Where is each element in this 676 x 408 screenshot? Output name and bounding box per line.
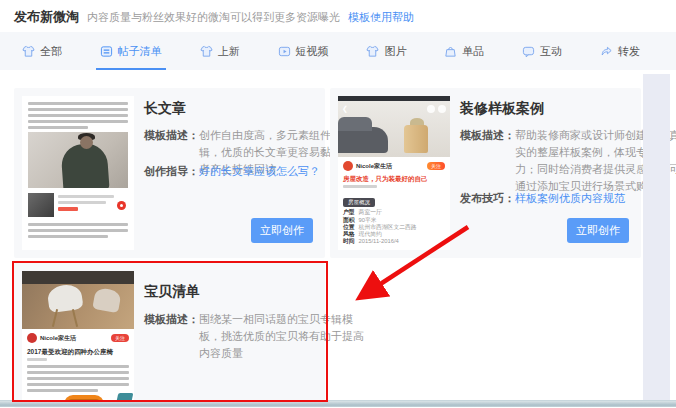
tab-new-arrival[interactable]: 上新 bbox=[200, 32, 240, 70]
tab-label: 图片 bbox=[384, 44, 406, 59]
card-title: 装修样板案例 bbox=[460, 100, 544, 118]
tip-link[interactable]: 样板案例优质内容规范 bbox=[515, 191, 625, 206]
author-name: Nicole家生活 bbox=[356, 162, 392, 171]
template-card-product-list: Nicole家生活 关注 2017最受欢迎的四种办公座椅 宝贝清单 模板描述： … bbox=[14, 263, 325, 408]
product-image bbox=[28, 193, 54, 217]
video-icon bbox=[278, 45, 291, 58]
designer-says-heading: 设计师说 bbox=[338, 249, 450, 250]
cart-icon bbox=[117, 201, 126, 210]
create-now-button[interactable]: 立即创作 bbox=[567, 218, 629, 243]
author-row: Nicole家生活 关注 bbox=[338, 157, 450, 173]
text-line bbox=[343, 185, 377, 188]
weitao-publish-page: 发布新微淘 内容质量与粉丝效果好的微淘可以得到更多资源曝光 模板使用帮助 全部 … bbox=[0, 0, 676, 408]
tip-label: 创作指导： bbox=[144, 164, 199, 179]
tab-label: 上新 bbox=[218, 44, 240, 59]
preview-text-block bbox=[22, 217, 134, 238]
card-title: 宝贝清单 bbox=[144, 283, 200, 301]
spec-row: 时间2015/11-2016/4 bbox=[338, 238, 450, 245]
post-title: 房屋改造，只为装最好的自己 bbox=[338, 173, 450, 183]
page-title: 发布新微淘 bbox=[14, 8, 79, 26]
spec-row: 户型两室一厅 bbox=[338, 209, 450, 216]
scrollbar-track[interactable] bbox=[643, 74, 670, 400]
description-label: 模板描述： bbox=[460, 127, 515, 195]
shirt-icon bbox=[366, 45, 379, 58]
tab-label: 短视频 bbox=[296, 44, 329, 59]
tab-label: 转发 bbox=[618, 44, 640, 59]
author-row: Nicole家生活 关注 bbox=[22, 329, 134, 345]
description-text: 围绕某一相同话题的宝贝专辑模板，挑选优质的宝贝将有助于提高内容质量 bbox=[199, 311, 367, 362]
tab-all[interactable]: 全部 bbox=[22, 32, 62, 70]
tab-repost[interactable]: 转发 bbox=[600, 32, 640, 70]
template-help-link[interactable]: 模板使用帮助 bbox=[348, 10, 414, 25]
tab-short-video[interactable]: 短视频 bbox=[278, 32, 329, 70]
card-tip: 发布技巧： 样板案例优质内容规范 bbox=[460, 191, 625, 206]
tab-label: 互动 bbox=[540, 44, 562, 59]
card-tip: 创作指导： 好的长文章应该怎么写？ bbox=[144, 164, 320, 179]
template-card-long-article: 长文章 模板描述： 创作自由度高，多元素组件灵活编辑，优质的长文章更容易黏住消费… bbox=[14, 88, 325, 258]
share-icon bbox=[600, 45, 613, 58]
chairs-photo bbox=[22, 271, 134, 329]
tip-label: 发布技巧： bbox=[460, 191, 515, 206]
post-title: 2017最受欢迎的四种办公座椅 bbox=[22, 345, 134, 356]
price-text bbox=[58, 207, 78, 211]
spec-row: 风格现代简约 bbox=[338, 231, 450, 238]
product-row bbox=[28, 193, 128, 217]
house-overview-tag: 房屋概况 bbox=[343, 198, 375, 207]
category-tabbar: 全部 帖子清单 上新 短视频 图片 单品 互动 转发 bbox=[0, 32, 676, 70]
card-title: 长文章 bbox=[144, 100, 186, 118]
product-list-preview: Nicole家生活 关注 2017最受欢迎的四种办公座椅 bbox=[22, 271, 134, 407]
long-article-preview bbox=[22, 96, 134, 250]
avatar bbox=[343, 161, 353, 171]
spec-row: 面积90平米 bbox=[338, 217, 450, 224]
avatar bbox=[27, 333, 37, 343]
page-subtitle: 内容质量与粉丝效果好的微淘可以得到更多资源曝光 bbox=[87, 10, 340, 25]
tab-interaction[interactable]: 互动 bbox=[522, 32, 562, 70]
preview-text-block bbox=[22, 363, 134, 392]
page-header: 发布新微淘 内容质量与粉丝效果好的微淘可以得到更多资源曝光 模板使用帮助 bbox=[14, 8, 666, 26]
tip-link[interactable]: 好的长文章应该怎么写？ bbox=[199, 164, 320, 179]
shirt-icon bbox=[200, 45, 213, 58]
more-buttons bbox=[427, 105, 446, 113]
bag-icon bbox=[444, 45, 457, 58]
living-room-photo: ❮ bbox=[338, 101, 450, 157]
back-arrow-icon: ❮ bbox=[342, 105, 348, 113]
decoration-preview: ❮ Nicole家生活 关注 房屋改造，只为装最好的自己 房屋概况 户型两室一厅… bbox=[338, 96, 450, 250]
tab-label: 单品 bbox=[462, 44, 484, 59]
template-card-decoration-sample: ❮ Nicole家生活 关注 房屋改造，只为装最好的自己 房屋概况 户型两室一厅… bbox=[330, 88, 641, 258]
fashion-photo bbox=[28, 132, 128, 188]
preview-text-block bbox=[22, 96, 134, 129]
tab-label: 帖子清单 bbox=[118, 44, 162, 59]
chat-icon bbox=[522, 45, 535, 58]
create-now-button[interactable]: 立即创作 bbox=[251, 218, 313, 243]
card-description: 模板描述： 围绕某一相同话题的宝贝专辑模板，挑选优质的宝贝将有助于提高内容质量 bbox=[144, 311, 367, 362]
description-label: 模板描述： bbox=[144, 311, 199, 362]
tab-post-list[interactable]: 帖子清单 bbox=[100, 32, 162, 70]
follow-button: 关注 bbox=[427, 162, 445, 170]
text-line bbox=[27, 358, 47, 361]
window-bottom-edge bbox=[0, 400, 676, 407]
tab-single-item[interactable]: 单品 bbox=[444, 32, 484, 70]
author-name: Nicole家生活 bbox=[40, 334, 76, 343]
tab-pictures[interactable]: 图片 bbox=[366, 32, 406, 70]
follow-button: 关注 bbox=[111, 334, 129, 342]
shirt-icon bbox=[22, 45, 35, 58]
list-icon bbox=[100, 45, 113, 58]
tab-label: 全部 bbox=[40, 44, 62, 59]
